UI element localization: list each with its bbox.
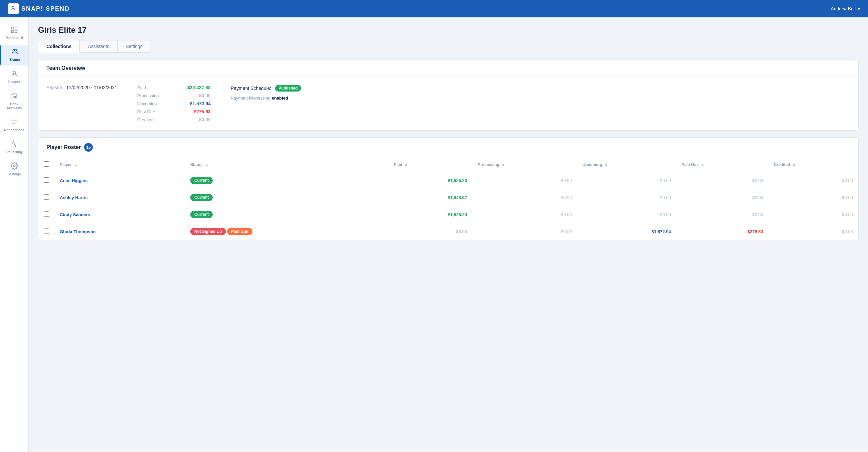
team-overview-title: Team Overview [46, 65, 85, 71]
roster-table: Player ▲ Status ⇅ Paid ⇅ Processing [38, 157, 858, 240]
svg-point-6 [13, 71, 16, 74]
sidebar-item-dashboard[interactable]: Dashboard [0, 23, 28, 43]
payment-schedule-row: Payment Schedule: Published [231, 85, 301, 92]
select-all-checkbox[interactable] [44, 161, 49, 167]
sidebar-item-bank-accounts[interactable]: Bank Accounts [0, 89, 28, 114]
roster-table-body: Anne HigginsCurrent $1,525.20$0.00$0.00$… [38, 172, 858, 240]
teams-icon [11, 48, 18, 57]
paid-value: $22,427.88 [187, 85, 211, 90]
player-link-3[interactable]: Gloria Thompson [60, 229, 96, 234]
sidebar-item-reporting[interactable]: Reporting [0, 137, 28, 158]
bank-icon [11, 92, 18, 101]
row-checkbox-3[interactable] [44, 229, 49, 234]
status-badge-past-due: Past Due [227, 228, 252, 235]
svg-point-5 [15, 50, 17, 52]
tab-collections[interactable]: Collections [38, 40, 80, 53]
sidebar-item-label-reporting: Reporting [6, 150, 22, 154]
column-paid[interactable]: Paid ⇅ [388, 157, 472, 172]
upcoming-cell: $0.00 [660, 178, 671, 183]
past-due-sort-icon: ⇅ [701, 163, 704, 167]
tab-assistants[interactable]: Assistants [80, 40, 118, 53]
column-status[interactable]: Status ⇅ [185, 157, 388, 172]
sidebar-item-settings[interactable]: Settings [0, 159, 28, 180]
svg-point-13 [13, 165, 16, 167]
credited-cell: $0.00 [842, 229, 853, 234]
paid-cell: $1,848.57 [448, 195, 467, 200]
app-name: SNAP! SPEND [21, 5, 70, 12]
page-title: Girls Elite 17 [38, 25, 859, 35]
financials-section: Paid $22,427.88 Processing $0.00 Upcomin… [137, 85, 211, 122]
column-credited[interactable]: Credited ⇅ [769, 157, 858, 172]
status-badge-not-signed-up: Not Signed Up [190, 228, 226, 235]
table-row: Anne HigginsCurrent $1,525.20$0.00$0.00$… [38, 172, 858, 189]
financial-row-paid: Paid $22,427.88 [137, 85, 211, 90]
chevron-down-icon: ▾ [858, 6, 860, 11]
sidebar-item-players[interactable]: Players [0, 67, 28, 88]
column-player[interactable]: Player ▲ [54, 157, 185, 172]
row-checkbox-1[interactable] [44, 194, 49, 200]
roster-title: Player Roster [46, 144, 81, 150]
team-overview-card: Team Overview Season 11/02/2020 - 11/02/… [38, 59, 859, 131]
financial-row-processing: Processing $0.00 [137, 93, 211, 98]
tabs: Collections Assistants Settings [38, 40, 859, 53]
player-sort-icon: ▲ [74, 163, 78, 167]
tab-settings[interactable]: Settings [117, 40, 151, 53]
past-due-cell: $0.00 [752, 195, 764, 200]
processing-cell: $0.00 [561, 178, 572, 183]
credited-cell: $0.00 [842, 212, 853, 217]
payment-processing-value: enabled [272, 95, 288, 100]
past-due-cell: $0.00 [752, 178, 764, 183]
player-roster-header: Player Roster 16 [38, 138, 858, 157]
processing-sort-icon: ⇅ [502, 163, 504, 167]
processing-cell: $0.00 [561, 229, 572, 234]
player-link-0[interactable]: Anne Higgins [60, 178, 88, 183]
sidebar-item-label-bank: Bank Accounts [3, 102, 26, 110]
column-processing[interactable]: Processing ⇅ [472, 157, 577, 172]
roster-header-row: Player ▲ Status ⇅ Paid ⇅ Processing [38, 157, 858, 172]
processing-cell: $0.00 [561, 195, 572, 200]
paid-cell: $0.00 [456, 229, 467, 234]
sidebar: Dashboard Teams Players Bank Accounts No… [0, 18, 29, 452]
overview-body: Season 11/02/2020 - 11/02/2021 Paid $22,… [38, 77, 858, 130]
season-section: Season 11/02/2020 - 11/02/2021 [46, 85, 117, 90]
paid-cell: $1,525.20 [448, 212, 467, 217]
select-all-header [38, 157, 54, 172]
roster-count-badge: 16 [84, 143, 93, 152]
upcoming-cell: $0.00 [660, 212, 671, 217]
sidebar-item-notifications[interactable]: Notifications [0, 115, 28, 135]
payment-processing-label: Payment Processing [231, 95, 271, 100]
upcoming-label: Upcoming [137, 101, 157, 106]
sidebar-item-label-notifications: Notifications [4, 128, 24, 132]
sidebar-item-teams[interactable]: Teams [0, 45, 28, 65]
logo-icon: S [8, 3, 19, 14]
status-badge-current: Current [190, 194, 213, 201]
financial-row-upcoming: Upcoming $1,572.94 [137, 101, 211, 106]
settings-icon [11, 162, 18, 171]
player-roster-card: Player Roster 16 Player ▲ Status [38, 137, 859, 240]
payment-schedule-badge: Published [275, 85, 301, 92]
svg-rect-0 [11, 27, 13, 29]
team-overview-header: Team Overview [38, 60, 858, 77]
processing-label: Processing [137, 93, 159, 98]
upcoming-sort-icon: ⇅ [604, 163, 607, 167]
dashboard-icon [11, 26, 18, 35]
row-checkbox-2[interactable] [44, 211, 49, 217]
player-link-1[interactable]: Ashley Harris [60, 195, 88, 200]
column-past-due[interactable]: Past Due ⇅ [676, 157, 769, 172]
paid-label: Paid [137, 85, 146, 90]
sidebar-item-label-teams: Teams [10, 58, 20, 62]
sidebar-item-label-settings: Settings [8, 172, 21, 176]
svg-rect-1 [15, 27, 17, 29]
upcoming-value: $1,572.94 [190, 101, 211, 106]
players-icon [11, 70, 18, 79]
row-checkbox-0[interactable] [44, 177, 49, 183]
column-upcoming[interactable]: Upcoming ⇅ [577, 157, 676, 172]
logo: S SNAP! SPEND [8, 3, 70, 14]
table-row: Ashley HarrisCurrent $1,848.57$0.00$0.00… [38, 189, 858, 206]
user-menu[interactable]: Andrew Bell ▾ [831, 6, 860, 11]
payment-section: Payment Schedule: Published Payment Proc… [231, 85, 301, 100]
credited-sort-icon: ⇅ [793, 163, 795, 167]
player-link-2[interactable]: Cindy Sanders [60, 212, 90, 217]
table-row: Gloria ThompsonNot Signed Up Past Due $0… [38, 223, 858, 240]
past-due-value: $275.63 [194, 109, 211, 114]
